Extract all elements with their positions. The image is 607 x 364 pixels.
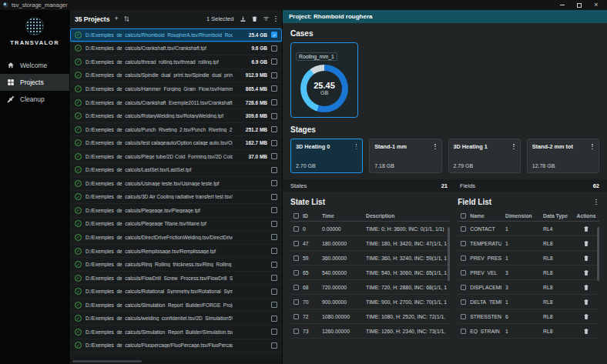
select-all-states-checkbox[interactable] [293, 213, 299, 219]
field-checkbox[interactable] [461, 241, 466, 246]
sidebar-item-projects[interactable]: Projects [0, 74, 69, 91]
delete-field-icon[interactable] [583, 225, 589, 232]
project-checkbox[interactable] [271, 58, 277, 65]
project-checkbox[interactable] [271, 113, 277, 119]
export-icon[interactable] [240, 15, 246, 22]
project-row[interactable]: ✓ D:/Exemples_de_calculs/DirectDriveFric… [70, 231, 282, 245]
state-checkbox[interactable] [293, 241, 299, 246]
project-row[interactable]: ✓ D:/Exemples_de_calculs/Rhomboid_Roughe… [70, 28, 282, 42]
stage-card[interactable]: Stand-1 mm 7.18 GB [369, 139, 441, 173]
maximize-button[interactable] [575, 1, 584, 9]
field-row[interactable]: CONTACT 1 RL4 [458, 222, 599, 236]
field-row[interactable]: DISPLACEMENT 3 RL8 [458, 280, 599, 295]
field-list-more-icon[interactable] [595, 199, 598, 205]
field-row[interactable]: PREV_VEL 3 RL8 [458, 265, 599, 280]
project-checkbox[interactable] [271, 275, 277, 281]
project-checkbox[interactable] [271, 262, 277, 268]
project-row[interactable]: ✓ D:/Exemples_de_calculs/Plegeage.tsv/Pl… [70, 204, 282, 218]
project-checkbox[interactable] [271, 167, 277, 173]
field-row[interactable]: STRESSTENSOR 6 RL8 [458, 309, 599, 324]
project-row[interactable]: ✓ D:/Exemples_de_calculs/Spindle_dual_pr… [70, 69, 282, 83]
project-checkbox[interactable] [271, 140, 277, 146]
field-checkbox[interactable] [461, 329, 466, 334]
project-row[interactable]: ✓ D:/Exemples_de_calculs/thread_rolling.… [70, 55, 282, 69]
scrollbar-thumb[interactable] [72, 360, 142, 362]
state-row[interactable]: 59 360.00000 TIME: 360, H: 3240, INC: 59… [290, 251, 450, 265]
state-row[interactable]: 68 720.00000 TIME: 720, H: 2880, INC: 68… [290, 280, 450, 295]
project-row[interactable]: ✓ D:/Exemples_de_calculs/3D Air Cooling … [70, 191, 282, 205]
field-checkbox[interactable] [461, 314, 466, 319]
field-checkbox[interactable] [461, 285, 466, 290]
project-checkbox[interactable] [271, 126, 277, 132]
project-row[interactable]: ✓ D:/Exemples_de_calculs/Remplissage.tsv… [70, 245, 282, 259]
delete-field-icon[interactable] [583, 299, 589, 306]
filter-list-icon[interactable] [263, 15, 270, 22]
delete-field-icon[interactable] [583, 284, 589, 291]
delete-field-icon[interactable] [583, 328, 589, 335]
project-row[interactable]: ✓ D:/Exemples_de_calculs/FlowDrill_Screw… [70, 272, 282, 286]
stage-more-icon[interactable] [512, 143, 515, 150]
state-row[interactable]: 65 540.00000 TIME: 540, H: 3060, INC: 65… [290, 265, 450, 280]
project-checkbox[interactable] [271, 32, 277, 38]
project-checkbox[interactable] [271, 248, 277, 254]
delete-field-icon[interactable] [583, 240, 589, 247]
project-checkbox[interactable] [271, 342, 277, 349]
project-row[interactable]: ✓ D:/Exemples_de_calculs/Punch_Riveting_… [70, 123, 282, 137]
state-row[interactable]: 70 900.00000 TIME: 900, H: 2700, INC: 70… [290, 295, 450, 309]
close-button[interactable]: × [592, 1, 601, 9]
state-checkbox[interactable] [293, 255, 299, 261]
state-checkbox[interactable] [293, 314, 299, 319]
project-checkbox[interactable] [271, 207, 277, 213]
horizontal-scrollbar[interactable] [70, 359, 282, 364]
state-checkbox[interactable] [293, 299, 299, 305]
project-checkbox[interactable] [271, 194, 277, 200]
state-row[interactable]: 72 1080.00000 TIME: 1080, H: 2520, INC: … [290, 309, 450, 324]
state-list-scrollbar[interactable] [448, 227, 450, 281]
sidebar-item-cleanup[interactable]: Cleanup [0, 91, 69, 108]
project-checkbox[interactable] [271, 316, 277, 322]
project-checkbox[interactable] [271, 221, 277, 227]
stage-more-icon[interactable] [355, 143, 358, 150]
field-row[interactable]: DELTA_TEMP 1 RL8 [458, 295, 599, 309]
project-row[interactable]: ✓ D:/Exemples_de_calculs/Fluopercage/Flu… [70, 339, 282, 353]
state-checkbox[interactable] [293, 285, 299, 290]
stage-more-icon[interactable] [434, 143, 437, 150]
state-checkbox[interactable] [293, 270, 299, 276]
stage-card[interactable]: 3D Heating 1 2.79 GB [448, 139, 521, 173]
field-checkbox[interactable] [461, 299, 466, 305]
project-row[interactable]: ✓ D:/Exemples_de_calculs/welding_confide… [70, 312, 282, 326]
case-card[interactable]: Rooling_mm_1 25.45 GB [290, 42, 358, 118]
project-row[interactable]: ✓ D:/Exemples_de_calculs/Hammer_Forging_… [70, 82, 282, 96]
state-checkbox[interactable] [293, 226, 299, 232]
state-row[interactable]: 0 0.00000 TIME: 0; H: 3600; INC: 0(1/1, … [290, 222, 450, 236]
field-checkbox[interactable] [461, 255, 466, 261]
project-checkbox[interactable] [271, 153, 277, 159]
project-row[interactable]: ✓ D:/Exemples_de_calculs/LastSel.tsv/Las… [70, 163, 282, 177]
sidebar-item-welcome[interactable]: Welcome [0, 57, 69, 74]
delete-field-icon[interactable] [583, 269, 589, 276]
stage-card[interactable]: Stand-2 mm tot 12.78 GB [527, 139, 599, 173]
project-row[interactable]: ✓ D:/Exemples_de_calculs/Simulation_Repo… [70, 326, 282, 339]
project-row[interactable]: ✓ D:/Exemples_de_calculs/Piège tube/2D C… [70, 150, 282, 164]
state-checkbox[interactable] [293, 329, 299, 334]
state-row[interactable]: 73 1260.00000 TIME: 1260, H: 2340, INC: … [290, 324, 450, 339]
project-row[interactable]: ✓ D:/Exemples_de_calculs/Plegeage Titane… [70, 218, 282, 232]
project-checkbox[interactable] [271, 72, 277, 78]
delete-icon[interactable] [251, 15, 258, 22]
project-checkbox[interactable] [271, 45, 277, 52]
field-list-scrollbar[interactable] [597, 227, 599, 281]
project-checkbox[interactable] [271, 302, 277, 308]
field-row[interactable]: TEMPERATURE 1 RL8 [458, 236, 599, 251]
field-row[interactable]: PREV_PRESS 1 RL8 [458, 251, 599, 265]
delete-field-icon[interactable] [583, 313, 589, 320]
field-checkbox[interactable] [461, 270, 466, 276]
project-checkbox[interactable] [271, 289, 277, 295]
project-row[interactable]: ✓ D:/Exemples_de_calculs/Crankshaft.tsv/… [70, 42, 282, 56]
field-checkbox[interactable] [461, 226, 466, 232]
sort-arrows-icon[interactable] [123, 15, 130, 22]
project-checkbox[interactable] [271, 99, 277, 105]
list-more-icon[interactable] [274, 15, 277, 22]
project-row[interactable]: ✓ D:/Exemples_de_calculs/test calageauto… [70, 136, 282, 150]
project-row[interactable]: ✓ D:/Exemples_de_calculs/Ring_Rolling_th… [70, 258, 282, 272]
minimize-button[interactable] [558, 1, 567, 9]
